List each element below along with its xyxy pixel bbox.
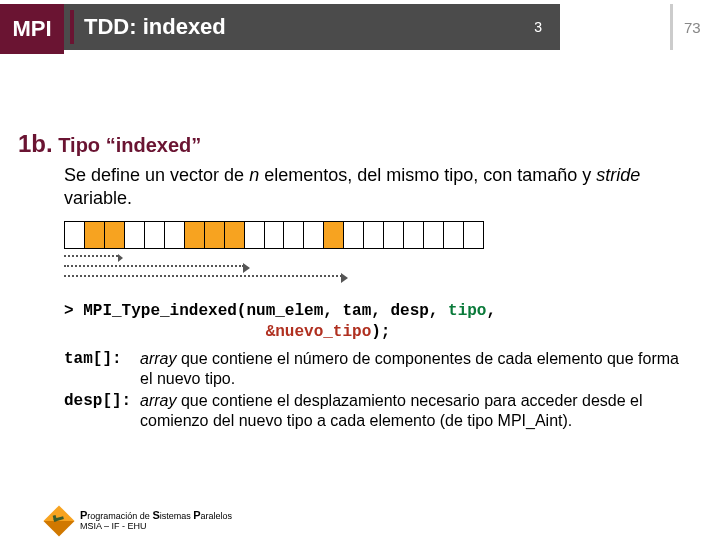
code-line2-pad	[64, 323, 266, 341]
def-desp: desp[]: array que contiene el desplazami…	[64, 391, 690, 431]
cell-orange	[105, 222, 125, 248]
footer-cap-P2: P	[193, 509, 200, 521]
footer-cap-S: S	[152, 509, 159, 521]
footer-t-a: rogramación de	[87, 511, 152, 521]
cell-orange	[225, 222, 245, 248]
cell	[304, 222, 324, 248]
cell	[125, 222, 145, 248]
def-tam-label: tam[]:	[64, 349, 140, 389]
def-desp-body: que contiene el desplazamiento necesario…	[140, 392, 643, 429]
cell	[384, 222, 404, 248]
def-desp-array: array	[140, 392, 176, 409]
cell-orange	[85, 222, 105, 248]
para-part-3: variable.	[64, 188, 132, 208]
section-title: Tipo “indexed”	[53, 134, 202, 156]
cell	[145, 222, 165, 248]
para-part-1: Se define un vector de	[64, 165, 249, 185]
diagram-cells	[64, 221, 484, 249]
footer-line2: MSIA – IF - EHU	[80, 522, 232, 532]
cell	[344, 222, 364, 248]
def-desp-label: desp[]:	[64, 391, 140, 431]
cell	[265, 222, 285, 248]
section-heading: 1b. Tipo “indexed”	[18, 130, 690, 158]
cell	[424, 222, 444, 248]
arrow-desp-2	[64, 275, 342, 277]
definitions: tam[]: array que contiene el número de c…	[64, 349, 690, 431]
code-signature: > MPI_Type_indexed(num_elem, tam, desp, …	[64, 301, 690, 343]
def-tam-text: array que contiene el número de componen…	[140, 349, 690, 389]
cell	[65, 222, 85, 248]
cell	[364, 222, 384, 248]
cell-orange	[185, 222, 205, 248]
cell	[245, 222, 265, 248]
slide-title: TDD: indexed	[84, 4, 226, 50]
diagram-arrows	[64, 253, 484, 283]
section-number: 1b.	[18, 130, 53, 157]
footer-text: Programación de Sistemas Paralelos MSIA …	[80, 509, 232, 532]
mpi-badge: MPI	[0, 4, 64, 54]
def-desp-text: array que contiene el desplazamiento nec…	[140, 391, 690, 431]
var-stride: stride	[596, 165, 640, 185]
cell	[404, 222, 424, 248]
content-area: 1b. Tipo “indexed” Se define un vector d…	[18, 130, 690, 433]
cell	[444, 222, 464, 248]
code-line1-b: ,	[486, 302, 496, 320]
check-diamond-icon	[43, 505, 74, 536]
cell	[284, 222, 304, 248]
footer-t-b: istemas	[160, 511, 194, 521]
cell-orange	[205, 222, 225, 248]
page-number-outer: 73	[684, 4, 701, 50]
cell-orange	[324, 222, 344, 248]
code-line1-a: > MPI_Type_indexed(num_elem, tam, desp,	[64, 302, 448, 320]
footer-t-c: aralelos	[201, 511, 233, 521]
arrow-desp-1	[64, 265, 244, 267]
var-n: n	[249, 165, 259, 185]
def-tam: tam[]: array que contiene el número de c…	[64, 349, 690, 389]
para-part-2: elementos, del mismo tipo, con tamaño y	[259, 165, 596, 185]
indexed-diagram	[64, 221, 484, 283]
side-divider	[670, 4, 673, 50]
cell	[464, 222, 484, 248]
def-tam-body: que contiene el número de componentes de…	[140, 350, 679, 387]
arrow-tam-1	[64, 255, 118, 257]
slide-footer: Programación de Sistemas Paralelos MSIA …	[48, 509, 232, 532]
code-line2-b: );	[371, 323, 390, 341]
def-tam-array: array	[140, 350, 176, 367]
code-tipo: tipo	[448, 302, 486, 320]
section-paragraph: Se define un vector de n elementos, del …	[64, 164, 690, 209]
page-number-inner: 3	[534, 4, 542, 50]
code-nuevo-tipo: &nuevo_tipo	[266, 323, 372, 341]
cell	[165, 222, 185, 248]
header-divider	[70, 10, 74, 44]
slide-header: MPI TDD: indexed 3	[0, 4, 560, 50]
